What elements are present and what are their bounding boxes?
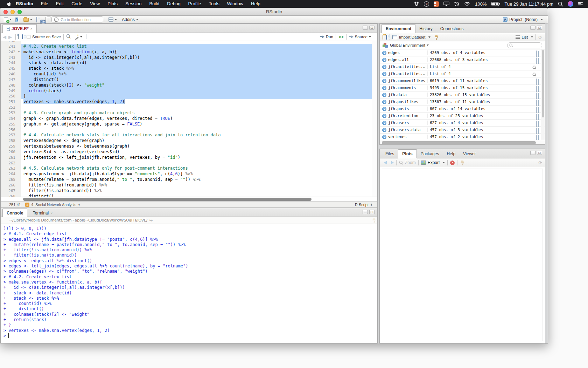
env-object-edges[interactable]: edges4269 obs. of 4 variables — [380, 49, 545, 56]
open-in-new-window-button[interactable] — [18, 35, 19, 39]
find-replace-button[interactable] — [66, 34, 71, 40]
environment-horizontal-scrollbar[interactable] — [380, 140, 545, 144]
open-file-button[interactable] — [23, 17, 32, 22]
env-object-jfh.activities.[interactable]: jfh.activities.…List of 4 — [380, 63, 545, 70]
menubar-item-rstudio[interactable]: RStudio — [12, 1, 37, 6]
compile-report-button[interactable] — [86, 35, 86, 39]
minimize-pane-button[interactable]: — — [363, 210, 368, 214]
code-line-251[interactable]: vertexes <- make.sna.vertex(edges, 1, 2) — [21, 99, 372, 105]
code-line-252[interactable] — [21, 105, 372, 110]
env-object-jfh.users[interactable]: jfh.users627 obs. of 4 variables — [380, 120, 545, 127]
code-line-260[interactable]: vertexes$id <- as.integer(vertexes$id) — [21, 149, 372, 155]
forward-icon[interactable]: ▶ — [8, 34, 12, 40]
maximize-pane-button[interactable]: ▢ — [537, 151, 542, 155]
expand-object-icon[interactable] — [382, 100, 386, 104]
menubar-item-file[interactable]: File — [37, 1, 52, 6]
minimize-pane-button[interactable]: — — [363, 26, 368, 30]
menubar-item-tools[interactable]: Tools — [205, 1, 223, 6]
editor-code-area[interactable]: # 4.2. Create vertex listmake.sna.vertex… — [21, 41, 372, 197]
code-line-242[interactable]: make.sna.vertex <- function(x, a, b){ — [21, 49, 372, 55]
expand-object-icon[interactable] — [382, 58, 386, 62]
menubar-clock[interactable]: Tue 29 Jan 11:17:44 pm — [505, 1, 553, 7]
env-object-jfh.retention[interactable]: jfh.retention23 obs. of 23 variables — [380, 113, 545, 120]
code-line-246[interactable]: count(id) %>% — [21, 71, 372, 77]
scrollbar-thumb[interactable] — [382, 141, 536, 144]
code-line-257[interactable]: # 4.4. Calculate network stats for all i… — [21, 132, 372, 138]
tab-plots[interactable]: Plots — [398, 149, 416, 158]
close-terminal-icon[interactable]: × — [50, 211, 52, 215]
time-machine-icon[interactable] — [454, 1, 460, 7]
code-line-256[interactable] — [21, 127, 372, 133]
previous-plot-icon[interactable] — [384, 161, 387, 164]
scrollbar-thumb[interactable] — [23, 198, 312, 201]
print-button[interactable] — [46, 17, 46, 22]
close-tab-icon[interactable]: × — [30, 27, 33, 31]
code-line-262[interactable] — [21, 161, 372, 166]
code-line-249[interactable]: return(stack) — [21, 88, 372, 94]
scope-selector[interactable]: Global Environment — [390, 43, 425, 47]
code-line-268[interactable]: distinct() — [21, 194, 372, 197]
code-line-241[interactable]: # 4.2. Create vertex list — [21, 44, 372, 49]
expand-object-icon[interactable] — [382, 72, 386, 76]
code-line-266[interactable]: filter(!is.na(from.anonid)) %>% — [21, 183, 372, 188]
code-line-263[interactable]: # 4.5. Calculate network stats only for … — [21, 166, 372, 171]
tab-packages[interactable]: Packages — [417, 150, 443, 158]
zoom-plot-button[interactable]: Zoom — [399, 160, 416, 165]
editor-horizontal-scrollbar[interactable] — [1, 197, 377, 201]
env-object-vertexes[interactable]: vertexes457 obs. of 2 variables — [380, 134, 545, 141]
editor-vertical-scrollbar[interactable] — [372, 41, 377, 197]
refresh-icon[interactable]: ⟳ — [538, 35, 542, 40]
environment-search-input[interactable] — [514, 43, 541, 47]
checkbox-icon[interactable] — [27, 35, 30, 39]
menubar-item-session[interactable]: Session — [121, 1, 145, 6]
menubar-item-window[interactable]: Window — [223, 1, 247, 6]
back-icon[interactable]: ◀ — [3, 34, 6, 40]
menubar-item-plots[interactable]: Plots — [104, 1, 121, 6]
load-workspace-button[interactable] — [383, 35, 383, 39]
code-editor[interactable]: 240241242▾243244245246247248249250251252… — [1, 41, 377, 197]
next-plot-icon[interactable] — [391, 161, 394, 164]
list-view-button[interactable]: List — [516, 35, 533, 39]
siri-icon[interactable] — [568, 1, 573, 7]
tab-environment[interactable]: Environment — [382, 24, 415, 33]
tab-files[interactable]: Files — [382, 150, 398, 158]
menubar-item-profile[interactable]: Profile — [184, 1, 205, 6]
refresh-icon[interactable]: ⟳ — [538, 160, 542, 165]
expand-object-icon[interactable] — [382, 79, 386, 83]
tab-help[interactable]: Help — [443, 150, 459, 158]
project-menu-button[interactable]: R Project: (None) — [503, 17, 543, 22]
inspect-object-icon[interactable] — [532, 66, 537, 70]
tab-console[interactable]: Console — [2, 209, 27, 218]
save-workspace-button[interactable] — [386, 35, 387, 39]
pane-layout-button[interactable] — [108, 17, 117, 22]
code-line-261[interactable]: jfh.retention <- left_join(jfh.retention… — [21, 155, 372, 161]
code-line-264[interactable]: edges.postcomm <- jfh.data[jfh.data$type… — [21, 171, 372, 177]
remove-plot-icon[interactable]: ✕ — [450, 161, 455, 165]
code-line-240[interactable] — [21, 41, 372, 44]
tab-history[interactable]: History — [415, 25, 436, 33]
env-object-jfh.posts[interactable]: jfh.posts807 obs. of 14 variables — [380, 105, 545, 113]
console-output[interactable]: ))]) > 0, 0, 1)))> # 4.1. Create edge li… — [1, 224, 377, 343]
env-object-jfh.comments[interactable]: jfh.comments3493 obs. of 15 variables — [380, 84, 545, 91]
maximize-pane-button[interactable]: ▢ — [369, 210, 374, 214]
import-dataset-button[interactable]: Import Dataset — [392, 35, 430, 39]
code-line-250[interactable]: } — [21, 94, 372, 99]
maximize-pane-button[interactable]: ▢ — [537, 26, 542, 30]
code-line-248[interactable]: colnames(stack)[2] <- "weight" — [21, 83, 372, 88]
addins-button[interactable]: Addins — [122, 17, 138, 22]
file-type-selector[interactable]: R Script ▲▼ — [355, 203, 372, 207]
code-line-244[interactable]: stack <- data.frame(id) — [21, 60, 372, 66]
environment-search-box[interactable] — [507, 42, 542, 48]
new-project-button[interactable]: R — [15, 17, 18, 22]
code-line-267[interactable]: filter(!is.na(to.anonid)) %>% — [21, 188, 372, 194]
dropbox-icon[interactable] — [414, 1, 419, 6]
circle-zero-icon[interactable]: 0 — [424, 1, 429, 7]
wifi-icon[interactable] — [464, 2, 470, 6]
tab-terminal[interactable]: Terminal× — [29, 209, 56, 217]
code-line-245[interactable]: stack <- stack %>% — [21, 66, 372, 71]
expand-object-icon[interactable] — [382, 114, 386, 118]
minimize-pane-button[interactable]: — — [530, 26, 536, 30]
expand-object-icon[interactable] — [382, 93, 386, 97]
env-object-jfh.data[interactable]: jfh.data23826 obs. of 15 variables — [380, 91, 545, 98]
rerun-icon[interactable]: ➤➤ — [338, 35, 343, 39]
